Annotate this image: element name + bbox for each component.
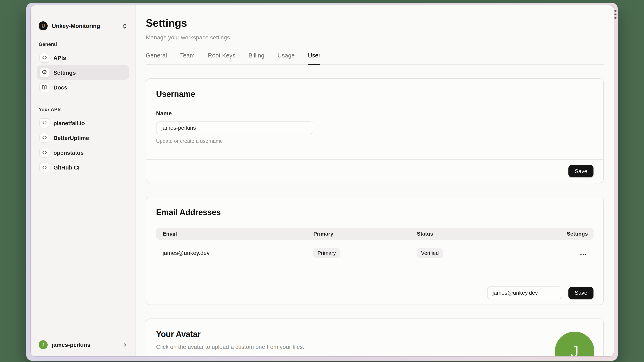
sidebar-item-label: planetfall.io bbox=[54, 120, 85, 126]
column-header-email: Email bbox=[163, 231, 314, 237]
avatar-card-title: Your Avatar bbox=[156, 329, 594, 340]
workspace-switcher[interactable]: U Unkey-Monitoring bbox=[37, 20, 129, 31]
sidebar-item-label: GitHub CI bbox=[54, 164, 80, 171]
gear-icon: ⚙ bbox=[40, 67, 49, 77]
tab-team[interactable]: Team bbox=[180, 52, 195, 65]
window-drag-handle-icon[interactable] bbox=[614, 10, 616, 19]
chevron-up-down-icon bbox=[122, 23, 127, 29]
sidebar-item-betteruptime[interactable]: BetterUptime bbox=[37, 130, 129, 145]
sidebar-nav-your-apis: planetfall.io BetterUptime bbox=[37, 116, 129, 174]
code-icon bbox=[40, 162, 49, 172]
email-card-title: Email Addresses bbox=[156, 207, 594, 218]
column-header-primary: Primary bbox=[314, 231, 417, 237]
app-window: U Unkey-Monitoring General bbox=[26, 3, 618, 361]
workspace-avatar: U bbox=[38, 21, 48, 30]
name-input[interactable] bbox=[156, 121, 314, 134]
sidebar-nav-general: APIs ⚙ Settings Docs bbox=[37, 50, 129, 94]
chevron-right-icon bbox=[122, 342, 127, 348]
sidebar-section-your-apis: Your APIs bbox=[37, 107, 129, 112]
sidebar-item-label: openstatus bbox=[54, 149, 84, 156]
save-username-button[interactable]: Save bbox=[568, 165, 594, 177]
tab-billing[interactable]: Billing bbox=[248, 52, 264, 65]
code-icon bbox=[40, 118, 49, 128]
row-options-ellipsis-icon[interactable] bbox=[580, 252, 587, 257]
name-helper-text: Update or create a username bbox=[156, 138, 594, 159]
settings-tabs: General Team Root Keys Billing Usage Use… bbox=[146, 52, 604, 65]
avatar-card: Your Avatar Click on the avatar to uploa… bbox=[146, 319, 604, 356]
verified-status-badge: Verified bbox=[417, 248, 443, 258]
sidebar-item-planetfall[interactable]: planetfall.io bbox=[37, 116, 129, 130]
email-addresses-card: Email Addresses Email Primary Status Set… bbox=[146, 197, 604, 305]
username-card-title: Username bbox=[156, 89, 594, 99]
username-card: Username Name Update or create a usernam… bbox=[146, 78, 604, 183]
code-icon bbox=[40, 53, 49, 63]
tab-usage[interactable]: Usage bbox=[278, 52, 295, 65]
sidebar: U Unkey-Monitoring General bbox=[31, 5, 136, 356]
user-name: james-perkins bbox=[52, 342, 118, 348]
screenshot-stage: U Unkey-Monitoring General bbox=[0, 0, 644, 362]
avatar-card-subtitle: Click on the avatar to upload a custom o… bbox=[156, 344, 594, 356]
user-avatar: J bbox=[38, 340, 48, 349]
code-icon bbox=[40, 148, 49, 157]
sidebar-item-settings[interactable]: ⚙ Settings bbox=[37, 65, 129, 80]
sidebar-item-docs[interactable]: Docs bbox=[37, 80, 129, 94]
page-subtitle: Manage your workspace settings. bbox=[146, 34, 604, 41]
code-icon bbox=[40, 133, 49, 143]
page-title: Settings bbox=[146, 17, 604, 29]
user-menu[interactable]: J james-perkins bbox=[31, 333, 135, 356]
sidebar-item-apis[interactable]: APIs bbox=[37, 50, 129, 65]
book-icon bbox=[40, 82, 49, 92]
column-header-status: Status bbox=[417, 231, 567, 237]
email-address: james@unkey.dev bbox=[163, 250, 314, 256]
tab-general[interactable]: General bbox=[146, 52, 167, 65]
email-table-header: Email Primary Status Settings bbox=[156, 228, 594, 240]
add-email-input[interactable] bbox=[487, 287, 562, 299]
save-email-button[interactable]: Save bbox=[568, 287, 594, 299]
main-content: Settings Manage your workspace settings.… bbox=[136, 5, 614, 356]
app-content: U Unkey-Monitoring General bbox=[31, 5, 614, 356]
workspace-name: Unkey-Monitoring bbox=[52, 22, 118, 29]
sidebar-item-openstatus[interactable]: openstatus bbox=[37, 145, 129, 160]
sidebar-section-general: General bbox=[37, 41, 129, 47]
sidebar-item-label: BetterUptime bbox=[54, 134, 89, 141]
sidebar-item-github-ci[interactable]: GitHub CI bbox=[37, 160, 129, 174]
tab-user[interactable]: User bbox=[308, 52, 320, 65]
sidebar-item-label: APIs bbox=[54, 54, 66, 61]
column-header-settings: Settings bbox=[567, 231, 588, 237]
sidebar-item-label: Settings bbox=[54, 69, 76, 76]
primary-badge: Primary bbox=[314, 248, 340, 258]
email-table-row: james@unkey.dev Primary Verified bbox=[156, 240, 594, 266]
tab-root-keys[interactable]: Root Keys bbox=[208, 52, 235, 65]
name-field-label: Name bbox=[156, 110, 594, 117]
sidebar-item-label: Docs bbox=[54, 84, 67, 90]
